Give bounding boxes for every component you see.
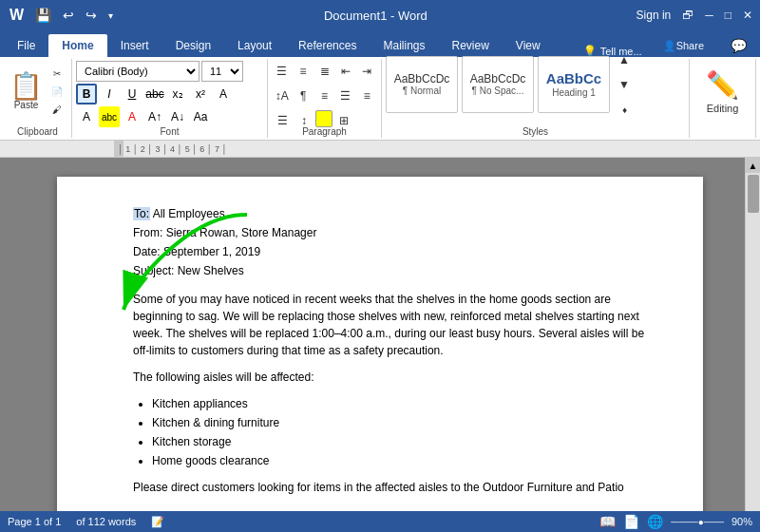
style-normal-button[interactable]: AaBbCcDc ¶ Normal — [386, 56, 458, 113]
list-item-2: Kitchen & dining furniture — [152, 414, 646, 431]
bold-button[interactable]: B — [76, 84, 97, 104]
text-highlight-button[interactable]: abc — [99, 106, 120, 127]
style-heading-preview: AaBbCc — [546, 70, 601, 87]
para-align-row: ↕A ¶ ≡ ☰ ≡ — [272, 86, 377, 106]
list-item-4: Home goods clearance — [152, 452, 646, 469]
title-bar-right: Sign in 🗗 ─ □ ✕ — [636, 9, 752, 22]
decrease-indent-button[interactable]: ⇤ — [335, 61, 355, 82]
share-label: Share — [676, 40, 704, 51]
document-body: Some of you may have noticed in recent w… — [133, 291, 646, 496]
sign-in-button[interactable]: Sign in — [636, 9, 672, 22]
styles-expand[interactable]: ⬧ — [614, 99, 635, 120]
editing-label: Editing — [707, 103, 739, 114]
tab-mailings[interactable]: Mailings — [370, 34, 438, 57]
italic-button[interactable]: I — [99, 84, 120, 104]
font-size-grow-button[interactable]: A↑ — [144, 106, 165, 127]
tab-file[interactable]: File — [4, 34, 48, 57]
text-effects-button[interactable]: A — [76, 106, 97, 127]
tab-insert[interactable]: Insert — [107, 34, 162, 57]
paste-icon: 📋 — [10, 73, 43, 100]
font-size-shrink-button[interactable]: A↓ — [167, 106, 188, 127]
ruler-marks: │ 1 │ 2 │ 3 │ 4 │ 5 │ 6 │ 7 │ — [114, 144, 227, 154]
more-quick-icon[interactable]: ▾ — [106, 10, 115, 21]
minimize-icon[interactable]: ─ — [705, 9, 713, 22]
word-count: of 112 words — [76, 516, 136, 527]
statusbar-left: Page 1 of 1 of 112 words 📝 — [8, 516, 164, 528]
to-value: All Employees — [153, 207, 225, 220]
statusbar-right: 📖 📄 🌐 ────●─── 90% — [599, 514, 752, 529]
restore-icon[interactable]: 🗗 — [682, 9, 694, 22]
body-para-2: The following aisles will be affected: — [133, 369, 646, 386]
title-bar: W 💾 ↩ ↪ ▾ Document1 - Word Sign in 🗗 ─ □… — [0, 0, 760, 30]
font-color-button[interactable]: A — [122, 106, 142, 127]
title-bar-left: W 💾 ↩ ↪ ▾ — [8, 7, 115, 24]
scroll-thumb[interactable] — [748, 175, 759, 213]
sort-button[interactable]: ↕A — [272, 86, 292, 106]
copy-button[interactable]: 📄 — [47, 84, 67, 101]
page-indicator: Page 1 of 1 — [8, 516, 61, 527]
style-normal-label: ¶ Normal — [403, 86, 441, 96]
style-nospace-preview: AaBbCcDc — [470, 72, 526, 86]
tab-share[interactable]: 👤 Share — [650, 34, 717, 57]
shading-button[interactable] — [315, 110, 332, 127]
view-read-button[interactable]: 📖 — [599, 514, 616, 529]
to-label: To: — [133, 207, 150, 220]
style-nospace-button[interactable]: AaBbCcDc ¶ No Spac... — [462, 56, 534, 113]
styles-group: AaBbCcDc ¶ Normal AaBbCcDc ¶ No Spac... … — [382, 59, 690, 138]
share-icon: 👤 — [663, 40, 676, 52]
style-heading-button[interactable]: AaBbCc Heading 1 — [538, 56, 610, 113]
cut-button[interactable]: ✂ — [47, 66, 67, 83]
superscript-button[interactable]: x² — [190, 84, 211, 104]
tab-references[interactable]: References — [285, 34, 370, 57]
tab-home[interactable]: Home — [48, 34, 106, 57]
font-row1: Calibri (Body) 11 — [76, 61, 263, 82]
change-case-button[interactable]: Aa — [190, 106, 211, 127]
tab-layout[interactable]: Layout — [224, 34, 285, 57]
zoom-slider[interactable]: ────●─── — [671, 517, 724, 527]
show-marks-button[interactable]: ¶ — [293, 86, 313, 106]
paste-button[interactable]: 📋 Paste — [8, 64, 45, 121]
font-format-row: B I U abc x₂ x² A — [76, 84, 263, 104]
styles-scroll-up[interactable]: ▲ — [614, 49, 635, 70]
styles-scroll-down[interactable]: ▼ — [614, 74, 635, 95]
tab-review[interactable]: Review — [438, 34, 502, 57]
memo-to-line: To: All Employees — [133, 205, 646, 222]
align-right-button[interactable]: ≡ — [357, 86, 377, 106]
proofing-icon[interactable]: 📝 — [151, 516, 164, 528]
body-para-1: Some of you may have noticed in recent w… — [133, 291, 646, 359]
numbering-button[interactable]: ≡ — [293, 61, 313, 82]
word-logo-icon: W — [8, 7, 26, 24]
paste-label: Paste — [14, 100, 39, 110]
align-left-button[interactable]: ≡ — [314, 86, 334, 106]
close-icon[interactable]: ✕ — [743, 9, 752, 22]
bullets-button[interactable]: ☰ — [272, 61, 292, 82]
view-print-button[interactable]: 📄 — [623, 514, 639, 529]
undo-quick-icon[interactable]: ↩ — [61, 8, 76, 23]
clear-format-button[interactable]: A — [213, 84, 234, 104]
increase-indent-button[interactable]: ⇥ — [357, 61, 377, 82]
strikethrough-button[interactable]: abc — [144, 84, 165, 104]
font-name-select[interactable]: Calibri (Body) — [76, 61, 200, 82]
align-center-button[interactable]: ☰ — [335, 86, 355, 106]
multilevel-list-button[interactable]: ≣ — [314, 61, 334, 82]
font-size-select[interactable]: 11 — [201, 61, 243, 82]
paragraph-group: ☰ ≡ ≣ ⇤ ⇥ ↕A ¶ ≡ ☰ ≡ ☰ ↕ ⊞ — [268, 59, 382, 138]
maximize-icon[interactable]: □ — [725, 9, 732, 22]
font-label: Font — [72, 126, 267, 137]
scroll-up-button[interactable]: ▲ — [746, 158, 761, 173]
view-web-button[interactable]: 🌐 — [647, 514, 663, 529]
tab-comment[interactable]: 💬 — [717, 34, 760, 57]
underline-button[interactable]: U — [122, 84, 142, 104]
vertical-scrollbar[interactable]: ▲ ▼ — [745, 158, 760, 511]
tab-view[interactable]: View — [503, 34, 554, 57]
style-nospace-label: ¶ No Spac... — [472, 86, 524, 96]
save-quick-icon[interactable]: 💾 — [33, 8, 53, 23]
subscript-button[interactable]: x₂ — [167, 84, 188, 104]
format-painter-button[interactable]: 🖌 — [47, 102, 67, 119]
style-normal-preview: AaBbCcDc — [394, 72, 450, 86]
font-group: Calibri (Body) 11 B I U abc x₂ x² A A — [72, 59, 268, 138]
redo-quick-icon[interactable]: ↪ — [84, 8, 99, 23]
list-item-3: Kitchen storage — [152, 433, 646, 450]
status-bar: Page 1 of 1 of 112 words 📝 📖 📄 🌐 ────●──… — [0, 511, 760, 532]
tab-design[interactable]: Design — [162, 34, 224, 57]
